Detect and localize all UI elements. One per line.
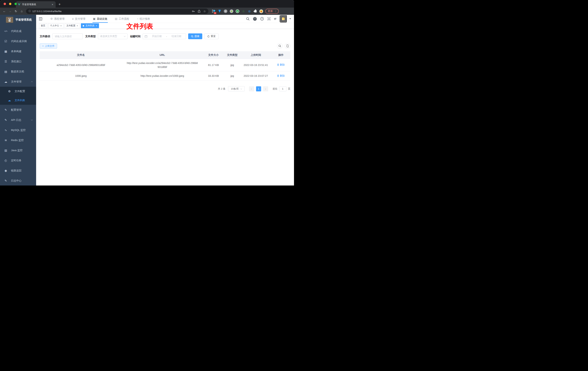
extension-emoji-icon[interactable] [259,9,263,13]
top-menu-system[interactable]: ⚙ 系统管理 [47,15,68,23]
pie-chart-icon: ◔ [137,17,138,21]
extension-command-icon[interactable]: ⌘ [224,9,228,13]
refresh-table-button[interactable] [285,43,290,49]
sidebar-item-scheduled-tasks[interactable]: ◴ 定时任务 [0,155,36,165]
end-date-placeholder[interactable]: 结束日期 [169,35,184,38]
layers-icon: ≋ [4,138,8,142]
browser-update-button[interactable]: 更新 ⋮ [265,9,279,14]
next-page-button[interactable]: › [263,86,268,91]
sidebar-item-system-api[interactable]: ☰ 系统接口 [0,56,36,66]
forward-icon[interactable]: → [8,10,13,13]
site-info-icon[interactable]: ⓘ [29,10,31,13]
tag-close-icon[interactable]: × [60,24,62,27]
logo-rabbit-image: 🐰 [6,17,13,23]
home-icon[interactable]: ⌂ [19,10,24,13]
cell-filename: a294ecb2-73dd-4353-bf40-296b8931d0bf [40,59,122,71]
cell-size: 81.17 KB [203,59,224,71]
delete-button[interactable]: 删除 [277,63,285,67]
upload-file-button[interactable]: + 上传文件 [40,43,57,49]
chevron-down-icon [240,88,242,89]
tag-file-list[interactable]: 文件列表 × [81,23,99,28]
github-icon[interactable] [253,17,257,21]
tag-home[interactable]: 首页 [39,23,47,28]
extension-pinned-icon[interactable]: 11 [212,9,216,13]
page-size-select[interactable]: 10条/页 [228,86,245,91]
pagination: 共 2 条 10条/页 ‹ 1 › 前往 页 [40,86,290,91]
extension-dot-icon[interactable] [230,9,233,13]
cell-url: http://test.yudao.iocoder.cn/1000.jpeg [122,71,203,81]
top-menu-payment[interactable]: ¥ 支付管理 [68,15,89,23]
back-icon[interactable]: ← [2,10,7,13]
sidebar-item-config-management[interactable]: ✎ 配置管理 [0,105,36,115]
tag-file-config[interactable]: 文件配置 × [65,23,80,28]
extension-eye-icon[interactable]: ◎ [247,9,251,13]
date-range-picker[interactable]: 开始日期 - 结束日期 [143,33,186,39]
show-search-icon-button[interactable] [277,43,283,49]
extension-star-icon[interactable]: ☆ [242,9,245,13]
tag-close-icon[interactable]: × [96,24,97,27]
sidebar-item-redis-monitor[interactable]: ≋ Redis 监控 [0,135,36,145]
window-close-button[interactable] [4,3,6,5]
col-header-upload-time: 上传时间 [240,51,271,59]
sidebar-item-log-center[interactable]: ✎ 日志中心 [0,176,36,186]
bookmark-star-icon[interactable]: ☆ [203,10,206,13]
tag-profile[interactable]: 个人中心 × [48,23,63,28]
reload-icon[interactable]: ↻ [13,10,18,13]
app-logo[interactable]: 🐰 芋道管理系统 [0,15,36,25]
sidebar-item-code-demo[interactable]: ☑ 代码生成示例 [0,36,36,46]
sidebar-item-file-management[interactable]: ☁ 文件管理 [0,77,36,87]
avatar[interactable] [280,15,287,22]
gear-icon: ⚙ [7,90,11,93]
sidebar-item-api-log[interactable]: ✎ API 日志 [0,115,36,125]
sidebar-item-code-generation[interactable]: </> 代码生成 [0,26,36,36]
monitor-check-icon: ▣ [93,17,95,21]
delete-button[interactable]: 删除 [277,74,285,78]
tag-close-icon[interactable]: × [77,24,78,27]
extension-puzzle-icon[interactable] [253,9,257,13]
top-menu-infrastructure[interactable]: ▣ 基础设施 [89,15,111,23]
tab-close-icon[interactable]: × [51,3,54,6]
help-icon[interactable]: ? [260,17,264,21]
page-number-1[interactable]: 1 [256,86,261,91]
search-icon[interactable] [246,17,250,21]
browser-tab[interactable]: 芋道管理系统 × [16,1,56,8]
sidebar-collapse-icon[interactable] [36,17,44,21]
password-key-icon[interactable] [192,10,195,13]
avatar-caret-icon[interactable] [289,18,291,19]
prev-page-button[interactable]: ‹ [249,86,254,91]
sidebar-item-java-monitor[interactable]: ▥ Java 监控 [0,145,36,155]
extension-y-icon[interactable]: y [235,9,240,13]
address-bar[interactable]: ⓘ 127.0.0.1:1024/infra/file/file ☆ [26,9,208,14]
sidebar-item-db-docs[interactable]: ▤ 数据库文档 [0,66,36,77]
sidebar-item-file-config[interactable]: ⚙ 文件配置 [0,87,36,96]
fullscreen-icon[interactable] [267,17,271,21]
grid-icon: ▦ [4,50,8,53]
window-zoom-button[interactable] [14,3,17,5]
pagination-total: 共 2 条 [218,87,225,91]
start-date-placeholder[interactable]: 开始日期 [149,35,164,38]
share-icon[interactable] [198,10,200,13]
window-minimize-button[interactable] [9,3,11,5]
goto-page-input[interactable] [279,86,286,91]
top-menu-reports[interactable]: ◔ 统计报表 [133,15,154,23]
browser-menu-icon[interactable]: ⋮ [274,10,277,13]
top-menu-workflow[interactable]: ▤ 工作流程 [111,15,133,23]
sidebar-item-file-list[interactable]: ☁ 文件列表 [0,96,36,105]
chevron-down-icon [31,119,33,120]
sidebar-item-trace[interactable]: ◉ 链路追踪 [0,165,36,176]
file-path-input[interactable] [52,33,83,39]
search-button[interactable]: 搜索 [188,33,202,39]
tab-title: 芋道管理系统 [22,3,50,6]
reset-button[interactable]: 重置 [204,33,219,39]
url-text[interactable]: 127.0.0.1:1024/infra/file/file [32,10,62,13]
shield-check-icon: ☑ [4,40,8,43]
sidebar-item-mysql-monitor[interactable]: ∿ MySQL 监控 [0,125,36,135]
file-type-select[interactable]: 请选择文件类型 [98,33,127,39]
font-size-icon[interactable]: tT [274,17,276,21]
extension-kite-icon[interactable] [218,9,221,13]
sliders-icon: ☰ [4,60,8,63]
annotation-text: 文件列表 [126,22,153,31]
sidebar-item-form-builder[interactable]: ▦ 表单构建 [0,46,36,56]
briefcase-icon: ▤ [115,17,117,21]
new-tab-button[interactable]: + [59,2,61,7]
